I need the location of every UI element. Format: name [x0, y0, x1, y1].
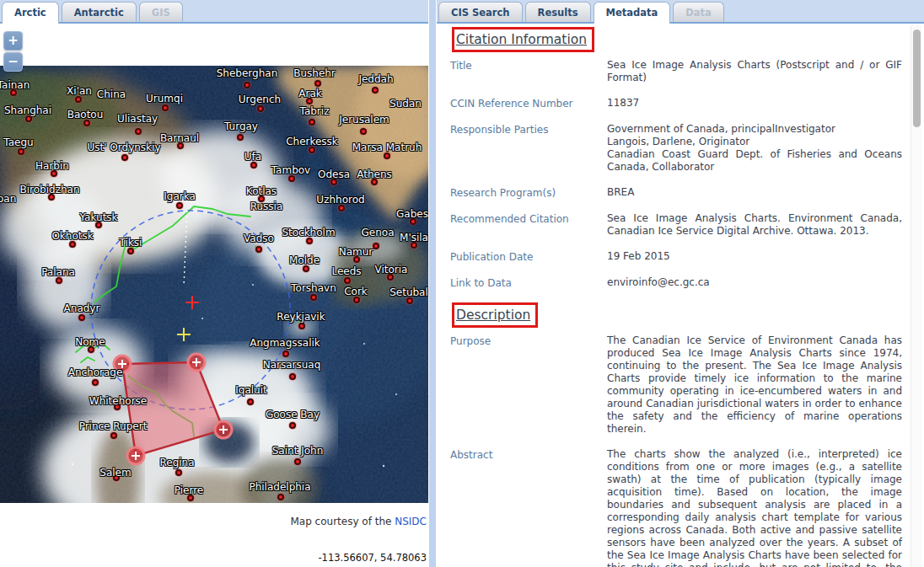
city-marker-genoa[interactable] [373, 243, 379, 249]
panel-divider[interactable] [428, 0, 437, 567]
city-marker-stockholm[interactable] [306, 238, 313, 244]
metadata-panel: CIS SearchResultsMetadataData Citation I… [437, 0, 924, 567]
city-marker-m-sila[interactable] [411, 242, 417, 249]
city-marker-narsarsuaq[interactable] [289, 373, 296, 380]
city-marker-athens[interactable] [371, 179, 378, 185]
city-marker-xi-an[interactable] [75, 96, 82, 103]
city-marker-goose-bay[interactable] [289, 422, 296, 429]
city-marker-ufa[interactable] [250, 162, 257, 168]
metadata-row: Publication Date19 Feb 2015 [450, 250, 902, 264]
city-marker-ust-ordynskiy[interactable] [121, 154, 128, 161]
field-value: BREA [607, 186, 902, 200]
attribution-text: Map courtesy of the [290, 516, 395, 527]
city-marker-leeds[interactable] [344, 277, 351, 284]
tab-antarctic[interactable]: Antarctic [62, 2, 137, 22]
annotation-highlight-box: Description [452, 302, 538, 328]
nsidc-link[interactable]: NSIDC [395, 516, 427, 527]
city-marker-tabriz[interactable] [309, 119, 315, 126]
city-marker-molde[interactable] [303, 265, 309, 272]
city-marker-pierre[interactable] [187, 495, 194, 501]
metadata-section: DescriptionPurposeThe Canadian Ice Servi… [450, 302, 902, 567]
map-tabstrip: ArcticAntarcticGIS [0, 0, 428, 24]
city-marker-saint-john[interactable] [294, 458, 301, 465]
city-marker-harbin[interactable] [51, 170, 57, 177]
scrollbar-track[interactable] [911, 25, 921, 567]
city-marker-nome[interactable] [88, 346, 94, 353]
metadata-row: Responsible PartiesGovernment of Canada,… [450, 123, 902, 174]
section-heading-link[interactable]: Description [456, 308, 530, 323]
tab-metadata[interactable]: Metadata [594, 2, 671, 24]
city-marker-baotou[interactable] [83, 120, 90, 126]
city-marker-uliastay[interactable] [135, 128, 142, 135]
city-marker-arak[interactable] [306, 98, 313, 104]
city-marker-turgay[interactable] [237, 134, 244, 141]
field-label: CCIN Reference Number [450, 97, 607, 110]
city-marker-odesa[interactable] [330, 179, 337, 185]
city-marker-salem[interactable] [113, 474, 120, 481]
city-marker-iqaluit[interactable] [247, 399, 254, 405]
city-marker-sheberghan[interactable] [244, 82, 250, 88]
metadata-section: Citation InformationTitleSea Ice Image A… [450, 27, 902, 290]
city-marker-vadso[interactable] [255, 246, 262, 253]
metadata-row: Recommended CitationSea Ice Image Analys… [450, 212, 902, 238]
city-marker-tambov[interactable] [288, 175, 295, 182]
metadata-content: Citation InformationTitleSea Ice Image A… [437, 24, 905, 567]
city-marker-okhotsk[interactable] [69, 241, 76, 248]
city-marker-whitehorse[interactable] [114, 404, 121, 410]
field-value: The charts show the analyzed (i.e., inte… [607, 448, 902, 567]
field-value: Government of Canada, principalInvestiga… [607, 123, 902, 174]
city-marker-jerusalem[interactable] [360, 128, 367, 135]
arctic-map[interactable]: TainanShanghaiTaeguXi'anBaotouUrumqiUlia… [0, 66, 428, 503]
field-label: Purpose [450, 334, 607, 436]
tab-arctic[interactable]: Arctic [2, 2, 59, 24]
tab-gis: GIS [139, 2, 183, 22]
field-label: Recommended Citation [450, 212, 607, 238]
city-marker-reykjavik[interactable] [298, 323, 305, 329]
zoom-out-button[interactable]: − [3, 52, 23, 72]
city-marker-tiksi[interactable] [127, 248, 134, 254]
field-value: Sea Ice Image Analysis Charts. Environme… [607, 212, 902, 238]
city-marker-kotlas[interactable] [258, 195, 265, 202]
city-marker-cherkessk[interactable] [309, 147, 315, 153]
city-marker-cork[interactable] [353, 297, 360, 303]
city-marker-shanghai[interactable] [25, 115, 32, 122]
section-heading-link[interactable]: Citation Information [456, 32, 587, 47]
cursor-coordinates: -113.56607, 54.78063 [0, 552, 428, 564]
city-marker-taegu[interactable] [18, 148, 24, 155]
city-marker-regina[interactable] [175, 469, 182, 476]
city-marker-urgench[interactable] [257, 105, 264, 112]
tab-data: Data [673, 2, 724, 22]
city-marker-jeddah[interactable] [372, 87, 379, 94]
city-marker-marsa-matruh[interactable] [384, 152, 390, 159]
field-value: Sea Ice Image Analysis Charts (Postscrip… [607, 59, 902, 84]
city-marker-anchorage[interactable] [92, 379, 99, 386]
scrollbar-thumb[interactable] [913, 29, 921, 127]
metadata-row: Link to Dataenviroinfo@ec.gc.ca [450, 276, 902, 290]
city-marker-palana[interactable] [56, 277, 62, 284]
tab-results[interactable]: Results [525, 2, 591, 22]
city-marker-namur[interactable] [353, 256, 360, 263]
metadata-row: TitleSea Ice Image Analysis Charts (Post… [450, 59, 902, 84]
zoom-in-button[interactable]: + [3, 31, 23, 51]
tab-cis-search[interactable]: CIS Search [438, 2, 523, 22]
city-marker-anadyr[interactable] [78, 314, 85, 321]
city-marker-igarka[interactable] [176, 202, 183, 209]
city-marker-philadelphia[interactable] [277, 494, 284, 500]
city-marker-torshavn[interactable] [310, 294, 317, 301]
field-value: The Canadian Ice Service of Environment … [607, 334, 902, 436]
annotation-highlight-box: Citation Information [452, 27, 594, 52]
app-window: ArcticAntarcticGIS + − [0, 0, 924, 567]
city-marker-tainan[interactable] [10, 89, 17, 96]
city-marker-yakutsk[interactable] [95, 222, 102, 228]
city-marker-vitoria[interactable] [387, 274, 394, 281]
city-marker-barnaul[interactable] [177, 142, 184, 149]
city-marker-setubal[interactable] [406, 297, 413, 304]
city-marker-gabes[interactable] [410, 218, 416, 225]
city-marker-uzhhorod[interactable] [338, 205, 345, 211]
city-marker-angmagssalik[interactable] [282, 350, 289, 357]
city-marker-birobidzhan[interactable] [48, 194, 55, 201]
city-marker-bushehr[interactable] [314, 80, 321, 87]
city-marker-urumqi[interactable] [162, 104, 169, 111]
city-marker-prince-rupert[interactable] [110, 432, 117, 439]
field-value: 11837 [607, 97, 902, 110]
